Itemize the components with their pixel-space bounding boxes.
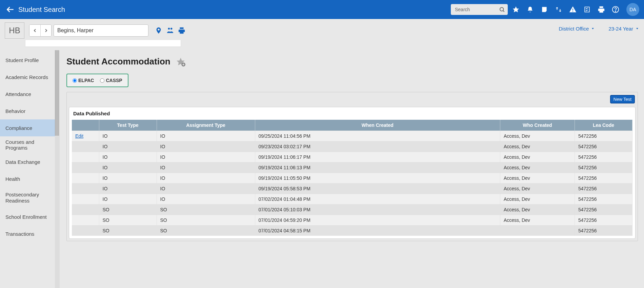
printer-icon [598,6,605,13]
chevron-right-icon [43,28,49,33]
exchange-icon [555,6,562,13]
back-button[interactable] [5,4,16,15]
cell-test-type: IO [99,173,157,184]
favorite-page-button[interactable] [176,57,185,66]
table-row: SOSO07/01/2024 04:58:15 PM5472256 [72,226,632,236]
sidebar-scrollbar[interactable] [55,50,60,288]
sidebar-scroll-thumb[interactable] [55,50,59,136]
student-family-button[interactable] [166,26,174,35]
radio-option-cassp[interactable]: CASSP [100,78,122,83]
table-row: IOIO09/19/2024 11:06:17 PMAccess, Dev547… [72,152,632,162]
cell-test-type: SO [99,226,157,236]
star-add-icon [176,57,185,66]
svg-point-6 [168,28,170,30]
cell-who-created: Access, Dev [500,131,575,141]
user-avatar[interactable]: DA [626,3,639,16]
sidebar-item-label: Courses and Programs [5,139,54,151]
printer-icon [178,27,185,34]
student-dropdown-panel [25,40,181,47]
student-name-input[interactable] [54,24,148,37]
cell-test-type: IO [99,141,157,152]
cell-lea-code: 5472256 [575,194,632,205]
column-header[interactable]: Assignment Type [157,120,255,131]
cell-lea-code: 5472256 [575,162,632,173]
exchange-button[interactable] [555,5,563,14]
sidebar-item-courses-and-programs[interactable]: Courses and Programs▶ [0,136,60,153]
table-row: IOIO09/23/2024 03:02:17 PMAccess, Dev547… [72,141,632,152]
sidebar-item-compliance[interactable]: Compliance▶ [0,119,60,136]
student-initials-chip[interactable]: HB [5,22,24,39]
cell-lea-code: 5472256 [575,131,632,141]
cell-who-created: Access, Dev [500,173,575,184]
edit-link [72,205,99,215]
column-header[interactable]: Who Created [500,120,575,131]
svg-marker-9 [636,28,638,30]
checklist-button[interactable] [583,5,591,14]
district-dropdown[interactable]: District Office [559,26,595,32]
sidebar-item-label: Data Exchange [5,159,40,165]
cell-who-created: Access, Dev [500,205,575,215]
year-dropdown[interactable]: 23-24 Year [608,26,639,32]
radio-label: CASSP [106,78,122,83]
sidebar-item-postsecondary-readiness[interactable]: Postsecondary Readiness▶ [0,187,60,208]
cell-when-created: 09/19/2024 11:06:17 PM [255,152,500,162]
caret-down-icon [635,26,639,31]
global-search-button[interactable] [498,6,506,13]
cell-assignment-type: IO [157,162,255,173]
cell-when-created: 09/19/2024 11:05:50 PM [255,173,500,184]
district-label: District Office [559,26,589,32]
cell-when-created: 07/01/2024 05:10:03 PM [255,205,500,215]
chevron-left-icon [32,28,38,33]
favorites-button[interactable] [512,5,520,14]
cell-lea-code: 5472256 [575,152,632,162]
radio-input[interactable] [73,78,77,83]
cell-lea-code: 5472256 [575,226,632,236]
sidebar: Student Profile▶Academic Records▶Attenda… [0,50,60,288]
sidebar-item-transactions[interactable]: Transactions▶ [0,225,60,242]
cell-who-created: Access, Dev [500,194,575,205]
cell-lea-code: 5472256 [575,205,632,215]
sidebar-item-label: Transactions [5,231,34,237]
edit-link [72,194,99,205]
edit-link[interactable]: Edit [72,131,99,141]
column-header[interactable]: When Created [255,120,500,131]
sidebar-item-school-enrollment[interactable]: School Enrollment▶ [0,208,60,225]
table-row: SOSO07/01/2024 04:59:20 PMAccess, Dev547… [72,215,632,226]
svg-line-2 [503,11,504,12]
sidebar-item-label: Academic Records [5,74,48,80]
column-header[interactable]: Lea Code [575,120,632,131]
main-panel: Student Accommodation ELPACCASSP New Tes… [60,50,644,288]
notes-button[interactable] [540,5,548,14]
prev-student-button[interactable] [29,25,40,36]
notifications-button[interactable] [526,5,534,14]
cell-who-created: Access, Dev [500,215,575,226]
table-row: EditIOIO09/25/2024 11:04:56 PMAccess, De… [72,131,632,141]
radio-option-elpac[interactable]: ELPAC [73,78,94,83]
topbar: Student Search DA [0,0,644,19]
cell-when-created: 09/25/2024 11:04:56 PM [255,131,500,141]
back-arrow-icon [6,5,15,14]
sidebar-item-behavior[interactable]: Behavior▶ [0,102,60,119]
student-location-button[interactable] [155,26,163,35]
alerts-button[interactable] [569,5,577,14]
sidebar-item-data-exchange[interactable]: Data Exchange▶ [0,153,60,170]
student-print-button[interactable] [178,26,186,35]
column-header[interactable]: Test Type [99,120,157,131]
sidebar-item-label: Postsecondary Readiness [5,192,54,204]
sidebar-item-attendance[interactable]: Attendance▶ [0,85,60,102]
column-header[interactable] [72,120,99,131]
sidebar-item-student-profile[interactable]: Student Profile▶ [0,52,60,69]
edit-link [72,226,99,236]
svg-marker-8 [592,28,594,30]
print-button[interactable] [597,5,605,14]
edit-link [72,215,99,226]
radio-input[interactable] [100,78,104,83]
new-test-button[interactable]: New Test [610,95,635,103]
help-button[interactable] [611,5,620,14]
sidebar-item-academic-records[interactable]: Academic Records▶ [0,69,60,85]
search-icon [499,6,505,13]
sidebar-item-label: Health [5,176,20,182]
sidebar-item-health[interactable]: Health▶ [0,170,60,187]
edit-link [72,141,99,152]
next-student-button[interactable] [40,25,51,36]
